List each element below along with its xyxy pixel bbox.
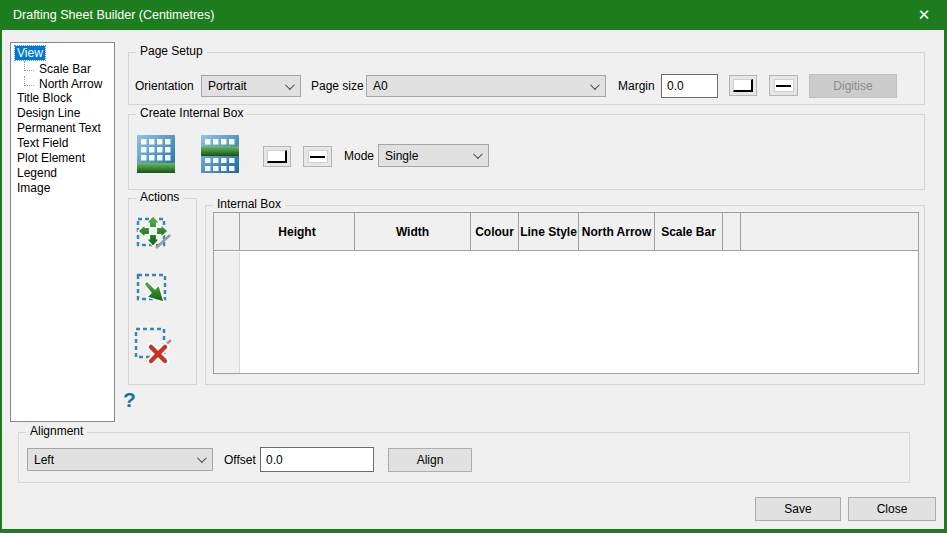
tree-connector [24, 76, 34, 86]
tree-item-scale-bar[interactable]: Scale Bar [11, 61, 114, 76]
window-frame-bottom [0, 529, 947, 533]
tree-item-plot-element[interactable]: Plot Element [11, 151, 114, 166]
offset-label: Offset [224, 453, 256, 467]
header-filler [741, 213, 918, 250]
orientation-label: Orientation [135, 79, 194, 93]
margin-label: Margin [618, 79, 655, 93]
col-row-selector [214, 213, 240, 250]
actions-group: Actions [128, 198, 197, 385]
col-north-arrow: North Arrow [579, 213, 655, 250]
mode-select[interactable]: Single [378, 144, 489, 167]
actions-title: Actions [136, 190, 183, 204]
close-button[interactable]: Close [848, 497, 936, 521]
col-line-style: Line Style [519, 213, 579, 250]
create-internal-box-button[interactable] [137, 135, 175, 176]
grid-split-icon [201, 135, 239, 173]
save-button[interactable]: Save [755, 497, 841, 521]
row-header-strip [214, 252, 240, 373]
window-title: Drafting Sheet Builder (Centimetres) [0, 8, 214, 22]
chevron-down-icon [590, 80, 600, 90]
page-setup-group: Page Setup Orientation Portrait Page siz… [128, 52, 925, 105]
col-width: Width [355, 213, 471, 250]
grid-box-icon [137, 135, 175, 173]
category-tree: View Scale Bar North Arrow Title Block D… [10, 42, 115, 422]
delete-icon [134, 327, 174, 365]
create-internal-box-group: Create Internal Box [128, 114, 925, 190]
delete-box-button[interactable] [134, 327, 174, 368]
internal-box-table[interactable]: Height Width Colour Line Style North Arr… [213, 212, 919, 374]
box-colour-button[interactable] [263, 146, 291, 167]
move-box-button[interactable] [135, 212, 172, 254]
drafting-sheet-builder-dialog: Drafting Sheet Builder (Centimetres) ✕ V… [0, 0, 947, 533]
alignment-select[interactable]: Left [27, 448, 213, 471]
chevron-down-icon [197, 453, 207, 463]
line-style-icon [308, 150, 328, 163]
table-header-row: Height Width Colour Line Style North Arr… [214, 213, 918, 251]
window-frame-left [0, 30, 2, 533]
page-size-select[interactable]: A0 [366, 75, 606, 97]
tree-item-design-line[interactable]: Design Line [11, 106, 114, 121]
chevron-down-icon [285, 80, 295, 90]
title-bar: Drafting Sheet Builder (Centimetres) ✕ [0, 0, 947, 30]
page-size-label: Page size [311, 79, 364, 93]
offset-input[interactable] [260, 447, 374, 472]
mode-label: Mode [344, 149, 374, 163]
create-internal-box-title: Create Internal Box [136, 106, 247, 120]
col-spare [723, 213, 741, 250]
resize-icon [136, 272, 170, 307]
margin-input[interactable] [661, 74, 718, 98]
tree-item-legend[interactable]: Legend [11, 166, 114, 181]
align-button[interactable]: Align [388, 448, 472, 472]
split-internal-box-button[interactable] [201, 135, 239, 176]
page-line-style-button[interactable] [769, 75, 798, 96]
orientation-select[interactable]: Portrait [201, 75, 301, 97]
page-setup-title: Page Setup [136, 44, 207, 58]
tree-connector [24, 61, 34, 71]
tree-item-permanent-text[interactable]: Permanent Text [11, 121, 114, 136]
alignment-group: Alignment Left Offset Align [18, 432, 910, 483]
tree-item-image[interactable]: Image [11, 181, 114, 196]
page-colour-button[interactable] [729, 75, 757, 96]
alignment-title: Alignment [26, 424, 87, 438]
colour-swatch-icon [733, 79, 753, 92]
move-icon [135, 212, 172, 251]
col-colour: Colour [471, 213, 519, 250]
digitise-button[interactable]: Digitise [809, 74, 897, 98]
col-height: Height [240, 213, 355, 250]
tree-item-north-arrow[interactable]: North Arrow [11, 76, 114, 91]
internal-box-title: Internal Box [213, 197, 285, 211]
tree-item-title-block[interactable]: Title Block [11, 91, 114, 106]
resize-box-button[interactable] [136, 272, 170, 310]
internal-box-group: Internal Box Height Width Colour Line St… [205, 205, 925, 385]
col-scale-bar: Scale Bar [655, 213, 723, 250]
chevron-down-icon [473, 149, 483, 159]
tree-item-text-field[interactable]: Text Field [11, 136, 114, 151]
box-line-style-button[interactable] [303, 146, 332, 167]
tree-item-view[interactable]: View [11, 46, 114, 61]
close-icon[interactable]: ✕ [901, 0, 947, 30]
line-style-icon [774, 79, 794, 92]
colour-swatch-icon [267, 150, 287, 163]
help-icon[interactable]: ? [123, 388, 136, 412]
